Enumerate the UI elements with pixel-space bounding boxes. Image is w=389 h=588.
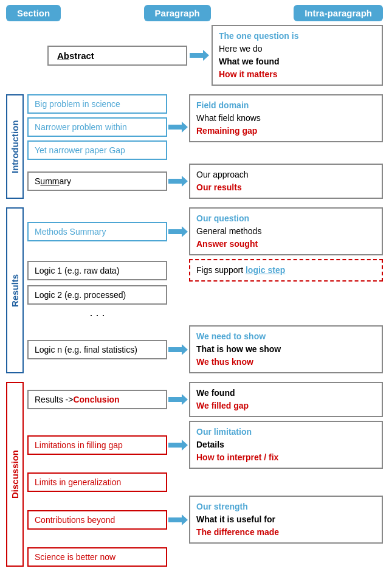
results-arrow-bottom — [167, 343, 189, 356]
results-label: Results — [6, 207, 24, 373]
results-dots: · · · — [27, 308, 167, 322]
disc-para-1-text-a: Results -> — [35, 395, 73, 404]
results-arrow-bottom-icon — [168, 343, 188, 356]
svg-marker-1 — [168, 122, 188, 133]
abstract-intra-line1: The one question is — [219, 30, 376, 43]
disc-para-2-col: Limitations in filling gap — [27, 435, 167, 455]
intro-intra-bottom-line1: Our approach — [196, 168, 376, 181]
disc-para-1-text-b: Conclusion — [73, 395, 119, 404]
intro-intra-top: Field domain What field knows Remaining … — [189, 94, 383, 160]
results-arrow-top — [167, 225, 189, 238]
intra-header-btn[interactable]: Intra-paragraph — [294, 5, 383, 21]
disc-para-2: Limitations in filling gap — [27, 435, 167, 455]
disc-intra-bottom-line2: What it is useful for — [196, 513, 376, 526]
abstract-section: Abstract The one question is Here we do … — [6, 25, 383, 86]
intro-arrow-bottom — [167, 175, 189, 188]
disc-arrow-bottom-icon — [168, 513, 188, 527]
disc-intra-top-line2: We filled gap — [196, 399, 376, 412]
intro-arrow-top-icon — [168, 120, 188, 134]
intro-arrow-top — [167, 94, 189, 160]
intro-paragraphs-top: Big problem in science Narrower problem … — [27, 94, 167, 160]
main-content: Abstract The one question is Here we do … — [0, 25, 389, 575]
introduction-label: Introduction — [6, 94, 24, 199]
disc-para-3-text: Limits in generalization — [35, 477, 121, 487]
results-intra-bottom-line1: We need to show — [196, 330, 376, 343]
results-section: Results Methods Summary Our question — [6, 207, 383, 373]
svg-marker-0 — [190, 50, 209, 61]
intro-intra-top-line1: Field domain — [196, 99, 376, 112]
disc-para-4: Contributions beyond — [27, 510, 167, 530]
disc-arrow-mid1-icon — [168, 438, 188, 452]
results-intra-mid-line1: Figs support logic step — [196, 264, 376, 277]
disc-arrow-top-icon — [168, 393, 188, 406]
disc-intra-top-line1: We found — [196, 387, 376, 399]
discussion-section: Discussion Results -> Conclusion We foun… — [6, 382, 383, 567]
results-para-logicn-col: Logic n (e.g. final statistics) — [27, 340, 167, 359]
intro-para-2-text: Narrower problem within — [35, 122, 127, 132]
abstract-arrow — [187, 49, 212, 62]
intro-para-1: Big problem in science — [27, 94, 167, 114]
disc-para-4-col: Contributions beyond — [27, 510, 167, 530]
results-para-logic1-col: Logic 1 (e.g. raw data) — [27, 261, 167, 280]
svg-marker-5 — [168, 394, 188, 405]
disc-arrow-bottom — [167, 513, 189, 527]
disc-intra-mid-box: Our limitation Details How to interpret … — [189, 421, 383, 469]
disc-para-3-col: Limits in generalization — [27, 472, 167, 492]
intro-intra-top-line3: Remaining gap — [196, 125, 376, 137]
intro-para-1-text: Big problem in science — [35, 99, 120, 109]
results-intra-top-line2: General methods — [196, 225, 376, 238]
abstract-intra-line3: What we found — [219, 55, 376, 68]
disc-intra-bottom-box: Our strength What it is useful for The d… — [189, 496, 383, 544]
arrow-icon — [190, 49, 209, 62]
svg-marker-2 — [168, 176, 188, 187]
disc-para-1: Results -> Conclusion — [27, 390, 167, 409]
results-intra-mid-box: Figs support logic step — [189, 259, 383, 282]
results-para-methods-col: Methods Summary — [27, 222, 167, 241]
intro-intra-bottom-box: Our approach Our results — [189, 164, 383, 199]
disc-para-5-text: Science is better now — [35, 552, 115, 562]
intro-intra-top-box: Field domain What field knows Remaining … — [189, 94, 383, 142]
intro-para-2: Narrower problem within — [27, 117, 167, 137]
intro-para-3-text: Yet narrower paper Gap — [35, 145, 125, 155]
intro-arrow-bottom-icon — [168, 175, 188, 188]
abstract-intra-line4: How it matters — [219, 68, 376, 81]
svg-marker-6 — [168, 440, 188, 451]
abstract-para-box: Abstract — [47, 46, 187, 66]
results-para-methods: Methods Summary — [27, 222, 167, 241]
svg-marker-7 — [168, 514, 188, 525]
disc-intra-bottom-line3: The difference made — [196, 526, 376, 539]
disc-intra-bottom-col: Our strength What it is useful for The d… — [189, 496, 383, 544]
disc-intra-bottom-line1: Our strength — [196, 500, 376, 513]
disc-intra-mid-line2: Details — [196, 438, 376, 451]
results-intra-bottom-line3: We thus know — [196, 356, 376, 368]
results-para-methods-text: Methods Summary — [35, 227, 106, 237]
abstract-intra-line2: Here we do — [219, 43, 376, 55]
abstract-text-ab: Ab — [57, 50, 69, 61]
disc-para-5: Science is better now — [27, 547, 167, 567]
paragraph-header-btn[interactable]: Paragraph — [144, 5, 211, 21]
disc-intra-mid-line3: How to interpret / fix — [196, 451, 376, 464]
disc-intra-mid-col: Our limitation Details How to interpret … — [189, 421, 383, 469]
abstract-intra-box: The one question is Here we do What we f… — [212, 25, 383, 86]
intro-para-4: Summary — [27, 171, 167, 191]
results-intra-top-line3: Answer sought — [196, 238, 376, 251]
section-header-btn[interactable]: Section — [6, 5, 61, 21]
intro-intra-top-line2: What field knows — [196, 112, 376, 125]
intro-intra-bottom-line2: Our results — [196, 181, 376, 194]
intro-para-4-text-sum: Summary — [35, 176, 71, 186]
results-para-logicn: Logic n (e.g. final statistics) — [27, 340, 167, 359]
svg-marker-3 — [168, 226, 188, 237]
disc-intra-top-box: We found We filled gap — [189, 382, 383, 417]
introduction-section: Introduction Big problem in science Narr… — [6, 94, 383, 199]
results-dots-col: · · · — [27, 308, 167, 322]
results-para-logic2-col: Logic 2 (e.g. processed) — [27, 285, 167, 305]
results-intra-bottom-box: We need to show That is how we show We t… — [189, 325, 383, 373]
results-para-logic1-text: Logic 1 (e.g. raw data) — [35, 266, 119, 275]
disc-para-3: Limits in generalization — [27, 472, 167, 492]
abstract-text-stract: stract — [69, 50, 94, 61]
disc-arrow-top — [167, 393, 189, 406]
disc-intra-top: We found We filled gap — [189, 382, 383, 417]
intro-para-3: Yet narrower paper Gap — [27, 140, 167, 160]
disc-arrow-mid1 — [167, 438, 189, 452]
results-para-logic1: Logic 1 (e.g. raw data) — [27, 261, 167, 280]
